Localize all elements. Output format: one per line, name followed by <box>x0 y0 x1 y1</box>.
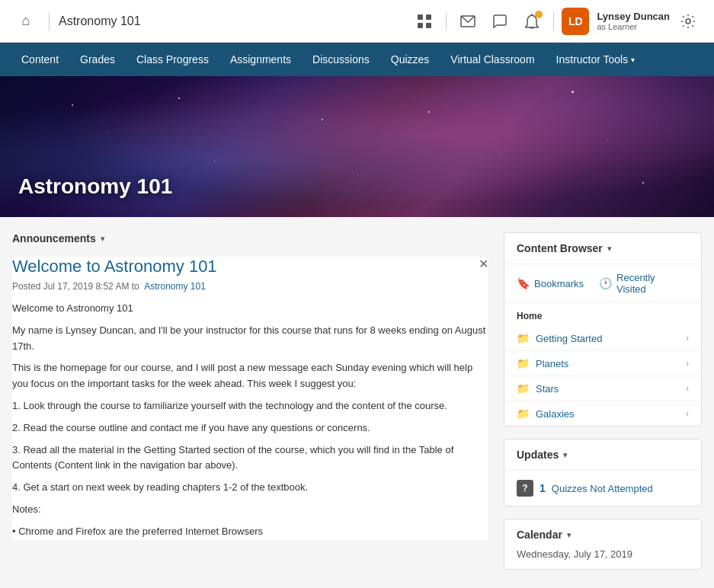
user-name: Lynsey Duncan <box>597 11 670 22</box>
cb-home-label: Home <box>504 303 701 326</box>
calendar-title: Calendar <box>517 529 562 541</box>
folder-icon-getting-started: 📁 <box>517 332 530 344</box>
updates-item-quizzes[interactable]: ? 1 Quizzes Not Attempted <box>504 471 701 506</box>
apps-button[interactable] <box>411 8 438 35</box>
announcement-meta: Posted Jul 17, 2019 8:52 AM to Astronomy… <box>12 281 488 292</box>
svg-rect-0 <box>418 14 423 20</box>
content-browser-header: Content Browser ▾ <box>504 233 701 264</box>
body-notes-1: • Chrome and Firefox are the preferred I… <box>12 524 488 540</box>
avatar-initials: LD <box>568 15 583 27</box>
quizzes-count: 1 <box>540 482 546 494</box>
svg-rect-2 <box>418 23 423 28</box>
updates-header: Updates ▾ <box>504 439 701 471</box>
nav-item-content[interactable]: Content <box>12 43 68 76</box>
hero-banner: Astronomy 101 <box>0 76 714 217</box>
meta-text: Posted Jul 17, 2019 8:52 AM to <box>12 281 139 292</box>
main-content: Announcements ▾ Welcome to Astronomy 101… <box>0 217 714 588</box>
topbar-left: ⌂ Astronomy 101 <box>12 8 411 35</box>
folder-icon-galaxies: 📁 <box>517 407 530 420</box>
cb-arrow-getting-started: › <box>686 333 689 344</box>
body-line-6: 3. Read all the material in the Getting … <box>12 443 488 475</box>
notification-badge <box>535 11 543 18</box>
close-button[interactable]: ✕ <box>479 257 488 271</box>
cb-arrow-planets: › <box>686 358 689 369</box>
avatar[interactable]: LD <box>562 8 589 35</box>
announcement-title: Welcome to Astronomy 101 <box>12 257 217 276</box>
calendar-chevron[interactable]: ▾ <box>567 530 572 540</box>
nav-item-quizzes[interactable]: Quizzes <box>382 43 439 76</box>
left-column: Announcements ▾ Welcome to Astronomy 101… <box>12 232 488 582</box>
course-title-top: Astronomy 101 <box>59 14 141 28</box>
quiz-icon: ? <box>517 480 533 497</box>
right-column: Content Browser ▾ 🔖 Bookmarks 🕐 Recently… <box>504 232 702 582</box>
body-line-5: 2. Read the course outline and contact m… <box>12 420 488 436</box>
settings-button[interactable] <box>674 8 702 35</box>
content-browser-chevron[interactable]: ▾ <box>607 244 612 254</box>
body-line-7: 4. Get a start on next week by reading c… <box>12 480 488 496</box>
cb-item-planets[interactable]: 📁 Planets › <box>504 351 701 376</box>
svg-point-5 <box>686 19 690 24</box>
calendar-card: Calendar ▾ Wednesday, July 17, 2019 <box>504 519 702 570</box>
announcements-header: Announcements ▾ <box>12 232 488 244</box>
recently-visited-icon: 🕐 <box>599 277 612 289</box>
body-line-4: 1. Look through the course to familiariz… <box>12 398 488 414</box>
cb-label-stars: Stars <box>536 383 559 395</box>
announcement-body: Welcome to Astronomy 101 My name is Lyns… <box>12 301 488 540</box>
cb-item-galaxies[interactable]: 📁 Galaxies › <box>504 401 701 426</box>
content-browser-tabs: 🔖 Bookmarks 🕐 Recently Visited <box>504 264 701 303</box>
bookmark-icon: 🔖 <box>517 277 530 289</box>
cb-item-getting-started[interactable]: 📁 Getting Started › <box>504 326 701 351</box>
recently-visited-label: Recently Visited <box>616 272 674 295</box>
announcements-label: Announcements <box>12 232 96 244</box>
content-browser-card: Content Browser ▾ 🔖 Bookmarks 🕐 Recently… <box>504 232 702 427</box>
calendar-header: Calendar ▾ <box>504 519 701 548</box>
meta-link[interactable]: Astronomy 101 <box>144 281 206 292</box>
chat-button[interactable] <box>486 8 514 35</box>
divider2 <box>446 12 447 30</box>
topbar: ⌂ Astronomy 101 <box>0 0 714 43</box>
bookmarks-label: Bookmarks <box>534 278 584 289</box>
nav-item-grades[interactable]: Grades <box>71 43 124 76</box>
cb-arrow-galaxies: › <box>686 408 689 419</box>
updates-chevron[interactable]: ▾ <box>563 450 568 460</box>
body-line-1: Welcome to Astronomy 101 <box>12 301 488 317</box>
announcement-header: Welcome to Astronomy 101 ✕ <box>12 257 488 276</box>
topbar-right: LD Lynsey Duncan as Learner <box>411 8 702 35</box>
folder-icon-stars: 📁 <box>517 382 530 395</box>
body-line-3: This is the homepage for our course, and… <box>12 360 488 392</box>
navbar: Content Grades Class Progress Assignment… <box>0 43 714 76</box>
nav-item-assignments[interactable]: Assignments <box>221 43 300 76</box>
updates-title: Updates <box>517 449 559 461</box>
body-notes-header: Notes: <box>12 502 488 518</box>
cb-arrow-stars: › <box>686 383 689 394</box>
cb-label-getting-started: Getting Started <box>536 333 602 344</box>
divider <box>49 12 50 30</box>
cb-label-galaxies: Galaxies <box>536 408 575 420</box>
announcements-chevron[interactable]: ▾ <box>101 234 105 244</box>
cb-item-stars[interactable]: 📁 Stars › <box>504 376 701 401</box>
divider3 <box>553 12 554 30</box>
updates-card: Updates ▾ ? 1 Quizzes Not Attempted <box>504 439 702 507</box>
dropdown-caret: ▾ <box>631 56 635 64</box>
announcement-card: Welcome to Astronomy 101 ✕ Posted Jul 17… <box>12 257 488 540</box>
recently-visited-tab[interactable]: 🕐 Recently Visited <box>599 272 674 295</box>
quizzes-label: Quizzes Not Attempted <box>552 483 653 494</box>
calendar-date: Wednesday, July 17, 2019 <box>517 548 632 560</box>
content-browser-title: Content Browser <box>517 242 603 254</box>
svg-rect-3 <box>426 23 431 28</box>
notifications-button[interactable] <box>518 8 546 35</box>
user-info: Lynsey Duncan as Learner <box>597 11 670 31</box>
cb-label-planets: Planets <box>536 358 568 369</box>
hero-title: Astronomy 101 <box>18 174 172 199</box>
svg-rect-1 <box>426 14 431 20</box>
nav-item-discussions[interactable]: Discussions <box>303 43 379 76</box>
nav-item-instructor-tools[interactable]: Instructor Tools ▾ <box>547 43 645 76</box>
mail-button[interactable] <box>454 8 482 35</box>
nav-item-virtual-classroom[interactable]: Virtual Classroom <box>441 43 543 76</box>
folder-icon-planets: 📁 <box>517 357 530 369</box>
home-icon[interactable]: ⌂ <box>12 8 40 35</box>
bookmarks-tab[interactable]: 🔖 Bookmarks <box>517 272 584 295</box>
nav-item-class-progress[interactable]: Class Progress <box>127 43 218 76</box>
body-line-2: My name is Lynsey Duncan, and I'll be yo… <box>12 323 488 355</box>
calendar-preview: Wednesday, July 17, 2019 <box>504 548 701 569</box>
